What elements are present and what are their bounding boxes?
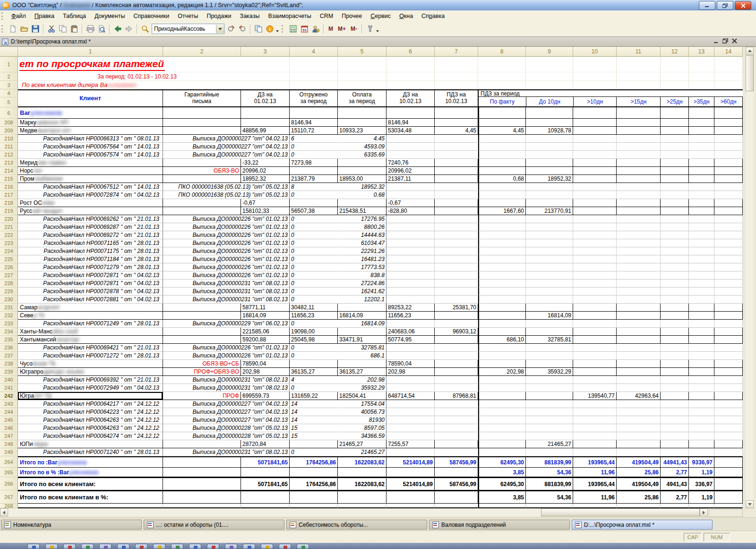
print-preview-icon[interactable] <box>96 23 107 35</box>
grid-cell[interactable] <box>478 81 526 89</box>
grid-cell[interactable] <box>478 344 526 352</box>
grid-cell[interactable] <box>689 72 714 81</box>
grid-cell[interactable] <box>387 191 435 199</box>
grid-cell[interactable] <box>661 440 689 448</box>
grid-cell[interactable] <box>478 191 526 199</box>
grid-cell[interactable] <box>387 504 435 508</box>
grid-cell[interactable]: 193965,44 <box>573 477 617 490</box>
grid-cell[interactable] <box>617 167 661 175</box>
grid-cell[interactable]: 1,19 <box>689 490 714 504</box>
grid-cell[interactable] <box>526 255 573 263</box>
row-header-265[interactable]: 265 <box>0 468 18 477</box>
grid-cell[interactable]: РасходнаяНакл НР00071175 " от " 28.01.13 <box>18 247 163 255</box>
grid-cell[interactable] <box>661 127 689 135</box>
menu-item-11[interactable]: Прочее <box>337 12 366 20</box>
grid-cell[interactable] <box>661 207 689 215</box>
grid-cell[interactable] <box>689 207 714 215</box>
grid-cell[interactable] <box>526 279 573 288</box>
grid-cell[interactable]: 62495,30 <box>478 456 526 468</box>
grid-cell[interactable] <box>435 255 478 263</box>
grid-cell[interactable] <box>689 288 714 296</box>
grid-cell[interactable] <box>435 400 478 408</box>
grid-cell[interactable] <box>617 247 661 255</box>
grid-cell[interactable]: 1,19 <box>689 468 714 477</box>
grid-cell[interactable]: Выписка ДО00000228 "от" 05.02.13 <box>163 424 290 432</box>
grid-cell[interactable] <box>338 81 387 89</box>
taskbar-button[interactable] <box>225 544 237 549</box>
grid-cell[interactable]: 21387,11 <box>387 175 435 183</box>
grid-cell[interactable] <box>617 312 661 320</box>
grid-cell[interactable]: 44941,43 <box>661 456 689 468</box>
grid-cell[interactable]: Выписка ДО00000226 "от" 01.02.13 <box>163 231 290 239</box>
print-icon[interactable] <box>85 23 96 35</box>
grid-cell[interactable] <box>435 288 478 296</box>
grid-cell[interactable]: Выписка ДО00000226 "от" 01.02.13 <box>163 215 290 223</box>
grid-cell[interactable] <box>526 400 573 408</box>
grid-cell[interactable] <box>714 279 743 288</box>
grid-cell[interactable] <box>714 247 743 255</box>
grid-cell[interactable] <box>661 175 689 183</box>
grid-cell[interactable] <box>435 504 478 508</box>
grid-cell[interactable] <box>18 504 163 508</box>
grid-cell[interactable]: 19098,00 <box>290 328 338 336</box>
grid-cell[interactable]: 11,96 <box>573 468 617 477</box>
grid-cell[interactable] <box>573 247 617 255</box>
cut-icon[interactable] <box>46 23 57 35</box>
grid-cell[interactable] <box>387 432 435 440</box>
grid-cell[interactable] <box>689 143 714 151</box>
row-header-266[interactable]: 266 <box>0 477 18 490</box>
row-header-213[interactable]: 213 <box>0 159 18 167</box>
grid-cell[interactable] <box>478 119 526 127</box>
row-header-226[interactable]: 226 <box>0 263 18 271</box>
find-input[interactable]: ПриходныйКассовь <box>152 24 224 34</box>
row-header-209[interactable]: 209 <box>0 127 18 135</box>
grid-cell[interactable] <box>163 312 241 320</box>
grid-cell[interactable]: 419504,49 <box>617 456 661 468</box>
grid-cell[interactable] <box>163 490 241 504</box>
grid-cell[interactable] <box>435 352 478 360</box>
grid-cell[interactable]: Итого по всем клиентам: <box>18 477 163 490</box>
grid-cell[interactable]: 5071841,65 <box>241 456 290 468</box>
grid-cell[interactable]: РасходнаяНакл НР00067574 " от " 14.01.13 <box>18 151 163 159</box>
grid-cell[interactable] <box>617 175 661 183</box>
grid-cell[interactable]: 34366.59 <box>338 432 387 440</box>
grid-cell[interactable] <box>387 288 435 296</box>
grid-cell[interactable]: 25045,98 <box>290 336 338 344</box>
grid-cell[interactable]: 56507,38 <box>290 207 338 215</box>
grid-cell[interactable] <box>689 215 714 223</box>
doc-close-icon[interactable] <box>732 38 737 44</box>
grid-cell[interactable] <box>478 448 526 456</box>
grid-cell[interactable] <box>163 328 241 336</box>
back-icon[interactable] <box>112 23 123 35</box>
grid-cell[interactable] <box>661 336 689 344</box>
grid-cell[interactable]: Юграопт ТД <box>18 392 163 400</box>
grid-cell[interactable] <box>573 416 617 424</box>
grid-cell[interactable]: 686.1 <box>338 352 387 360</box>
info-icon[interactable]: i <box>264 23 275 35</box>
grid-cell[interactable]: РасходнаяНакл НР00069392 " от " 21.01.13 <box>18 376 163 384</box>
grid-cell[interactable]: 18952,32 <box>526 175 573 183</box>
grid-cell[interactable]: ПКО 0000001638 (05.02.13) "от" 05.02.13 <box>163 183 290 191</box>
grid-cell[interactable] <box>526 107 573 119</box>
grid-cell[interactable] <box>689 191 714 199</box>
grid-cell[interactable] <box>661 344 689 352</box>
grid-cell[interactable]: ет по просрочкам платежей <box>18 57 241 72</box>
grid-cell[interactable]: 213770,91 <box>526 207 573 215</box>
doc-restore-icon[interactable] <box>722 38 728 44</box>
grid-cell[interactable] <box>573 231 617 239</box>
grid-cell[interactable] <box>617 151 661 159</box>
grid-cell[interactable] <box>661 368 689 376</box>
grid-cell[interactable]: 25381,70 <box>435 304 478 312</box>
grid-cell[interactable] <box>387 255 435 263</box>
grid-cell[interactable] <box>689 384 714 392</box>
grid-cell[interactable]: РасходнаяНакл НР00064263 " от " 24.12.12 <box>18 416 163 424</box>
grid-cell[interactable] <box>526 376 573 384</box>
grid-cell[interactable] <box>478 320 526 328</box>
grid-cell[interactable] <box>163 440 241 448</box>
menu-item-3[interactable]: Таблица <box>59 12 90 20</box>
row-header-228[interactable]: 228 <box>0 279 18 288</box>
grid-cell[interactable]: -0,67 <box>387 199 435 207</box>
grid-cell[interactable] <box>661 448 689 456</box>
grid-cell[interactable] <box>714 360 743 368</box>
grid-cell[interactable] <box>714 127 743 135</box>
